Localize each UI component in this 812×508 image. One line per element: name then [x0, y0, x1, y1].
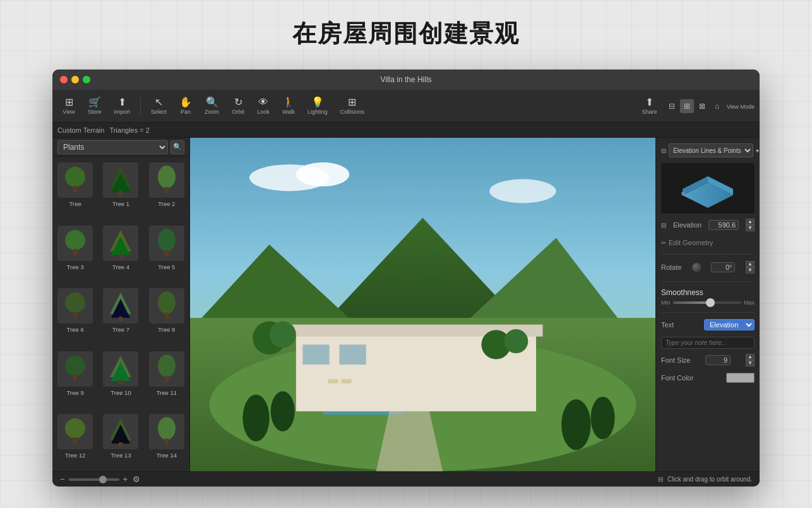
zoom-minus-icon[interactable]: − [60, 475, 65, 484]
note-input[interactable] [661, 337, 755, 349]
toolbar-walk[interactable]: 🚶 Walk [277, 95, 300, 118]
edit-geometry-button[interactable]: ✏ Edit Geometry [661, 238, 755, 248]
collisions-label: Collisions [340, 109, 365, 115]
toolbar-lighting[interactable]: 💡 Lighting [302, 95, 333, 118]
svg-point-7 [65, 230, 85, 250]
toolbar-store[interactable]: 🛒 Store [83, 95, 107, 118]
plant-item-11[interactable]: Tree 10 [98, 346, 143, 409]
page-title: 在房屋周围创建景观 [0, 18, 812, 50]
rotate-dial[interactable] [692, 263, 701, 272]
plant-item-15[interactable]: Tree 14 [144, 408, 189, 471]
elevation-property-icon: ⊟ [661, 222, 666, 229]
svg-point-12 [158, 229, 176, 251]
rotate-down[interactable]: ▼ [746, 267, 755, 274]
plant-item-1[interactable]: Tree [52, 157, 98, 220]
plant-item-12[interactable]: Tree 11 [144, 346, 189, 409]
toolbar-select[interactable]: ↖ Select [146, 95, 172, 118]
plant-item-10[interactable]: Tree 9 [52, 346, 98, 409]
section-select[interactable]: Elevation Lines & Points [669, 143, 753, 157]
plant-label: Tree 1 [112, 200, 129, 207]
minimize-button[interactable] [71, 76, 79, 83]
plant-thumbnail [57, 414, 93, 449]
toolbar-import[interactable]: ⬆ Import [109, 95, 136, 118]
svg-rect-11 [119, 254, 122, 258]
elevation-stepper[interactable]: ▲ ▼ [746, 219, 755, 231]
rotate-up[interactable]: ▲ [746, 261, 755, 267]
plant-label: Tree 9 [67, 389, 84, 396]
plant-thumbnail [149, 288, 184, 324]
plant-item-3[interactable]: Tree 2 [144, 157, 189, 220]
font-size-input[interactable] [705, 355, 731, 365]
svg-rect-49 [328, 379, 338, 383]
plant-item-9[interactable]: Tree 8 [144, 282, 189, 346]
zoom-plus-icon[interactable]: + [123, 475, 128, 484]
plant-label: Tree 14 [157, 452, 177, 459]
font-size-down[interactable]: ▼ [746, 360, 755, 366]
close-button[interactable] [60, 76, 68, 83]
view-mode-plan-icon[interactable]: ⊠ [695, 99, 709, 113]
zoom-label: Zoom [205, 109, 219, 115]
elevation-label: Elevation [673, 221, 702, 229]
toolbar-orbit[interactable]: ↻ Orbit [227, 95, 249, 118]
rotate-input[interactable] [711, 262, 735, 272]
plant-item-7[interactable]: Tree 6 [52, 282, 98, 346]
plant-item-14[interactable]: Tree 13 [98, 408, 143, 471]
plant-item-6[interactable]: Tree 5 [144, 220, 189, 283]
elevation-down[interactable]: ▼ [746, 225, 755, 231]
title-bar: Villa in the Hills [52, 70, 760, 90]
toolbar-pan[interactable]: ✋ Pan [174, 95, 197, 118]
click-hint: ⊟ Click and drag to orbit around. [658, 476, 752, 483]
plant-label: Tree 10 [110, 389, 131, 396]
plant-item-5[interactable]: Tree 4 [98, 220, 143, 283]
zoom-thumb[interactable] [99, 476, 107, 483]
plant-item-13[interactable]: Tree 12 [52, 408, 98, 471]
slider-thumb[interactable] [706, 298, 715, 307]
svg-rect-22 [73, 375, 77, 381]
svg-rect-18 [119, 317, 122, 321]
view-icon: ⊞ [65, 97, 73, 107]
view-mode-2d-icon[interactable]: ⊟ [665, 99, 679, 113]
plant-item-4[interactable]: Tree 3 [52, 220, 98, 283]
toolbar-look[interactable]: 👁 Look [252, 95, 275, 118]
collisions-icon: ⊞ [348, 97, 356, 107]
elevation-row: ⊟ Elevation ▲ ▼ [661, 219, 755, 231]
toolbar-view[interactable]: ⊞ View [57, 95, 80, 118]
plant-item-2[interactable]: Tree 1 [98, 157, 143, 220]
smoothness-label: Smoothness [661, 288, 755, 297]
font-size-up[interactable]: ▲ [746, 354, 755, 360]
zoom-slider[interactable] [69, 478, 119, 481]
lighting-icon: 💡 [311, 97, 324, 107]
settings-icon[interactable]: ⚙ [133, 475, 140, 484]
svg-rect-50 [342, 379, 352, 383]
divider-2 [661, 281, 755, 282]
share-label: Share [642, 109, 657, 115]
toolbar-share[interactable]: ⬆ Share [637, 95, 662, 118]
chevron-down-icon: ▾ [756, 147, 759, 154]
font-color-label: Font Color [661, 374, 693, 382]
toolbar-zoom[interactable]: 🔍 Zoom [200, 95, 224, 118]
smoothness-slider[interactable] [673, 301, 741, 304]
maximize-button[interactable] [83, 76, 90, 83]
view-mode-house-icon[interactable]: ⌂ [710, 99, 724, 113]
plant-thumbnail [57, 226, 93, 261]
font-size-stepper[interactable]: ▲ ▼ [746, 354, 755, 366]
search-button[interactable]: 🔍 [170, 140, 184, 154]
rotate-stepper[interactable]: ▲ ▼ [746, 261, 755, 274]
viewport[interactable] [190, 138, 655, 471]
toolbar-collisions[interactable]: ⊞ Collisions [335, 95, 370, 118]
share-icon: ⬆ [645, 97, 654, 107]
text-row: Text Elevation [661, 319, 755, 330]
elevation-up[interactable]: ▲ [746, 219, 755, 225]
svg-rect-29 [73, 437, 77, 444]
left-panel: Plants 🔍 TreeTree 1Tree 2Tree 3Tree 4Tre… [52, 138, 190, 471]
text-dropdown[interactable]: Elevation [704, 319, 755, 330]
svg-rect-13 [165, 250, 169, 257]
elevation-input[interactable] [708, 220, 739, 230]
traffic-lights [60, 76, 90, 83]
font-color-swatch[interactable] [726, 373, 755, 383]
rotate-label: Rotate [661, 263, 681, 271]
view-mode-3d-icon[interactable]: ⊞ [680, 99, 694, 113]
category-select[interactable]: Plants [57, 140, 168, 154]
svg-rect-25 [119, 380, 122, 384]
plant-item-8[interactable]: Tree 7 [98, 282, 143, 346]
